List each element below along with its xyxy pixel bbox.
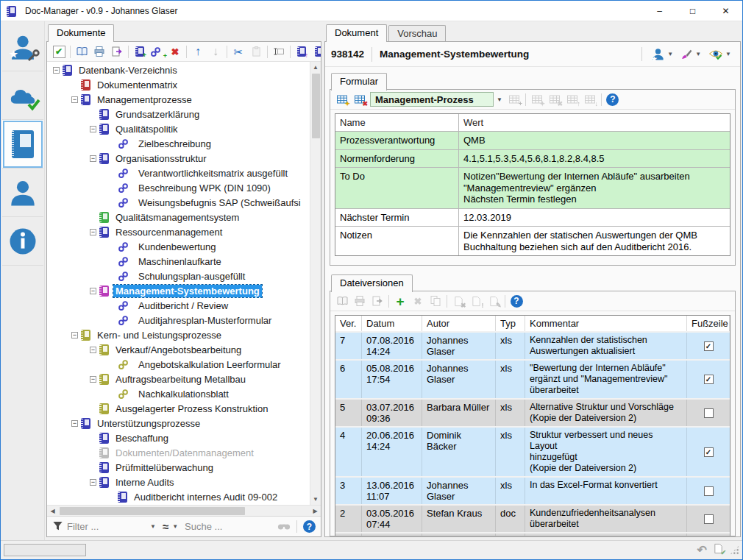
- tree-item[interactable]: −Ressourcenmanagement: [47, 224, 310, 239]
- tree-item[interactable]: Weisungsbefugnis SAP (Schweißaufsi: [47, 195, 310, 210]
- tree-vertical-scrollbar[interactable]: ▲ ▼: [310, 62, 321, 505]
- tab-formular[interactable]: Formular: [331, 73, 387, 91]
- module-user-icon[interactable]: [2, 169, 43, 217]
- expander-icon[interactable]: −: [90, 126, 96, 132]
- tree-item[interactable]: Auditjahresplan-Musterformular: [47, 313, 310, 327]
- scroll-down-icon[interactable]: ▼: [310, 494, 321, 505]
- module-user-admin-icon[interactable]: ★: [2, 23, 43, 71]
- tree-item[interactable]: −Unterstützungsprozesse: [47, 416, 310, 430]
- style-brush-icon[interactable]: ▼: [678, 48, 704, 60]
- maximize-button[interactable]: □: [676, 1, 709, 21]
- module-documents-module-icon[interactable]: [2, 120, 43, 169]
- module-cloud-sync-icon[interactable]: [2, 71, 43, 120]
- version-row[interactable]: 707.08.201614:24Johannes GlaserxlsKennza…: [335, 331, 730, 359]
- version-row[interactable]: 503.07.201609:36Barbara MüllerxlsAlterna…: [335, 398, 730, 426]
- delete-x-icon[interactable]: ✖: [166, 43, 184, 60]
- tab-dokumente[interactable]: Dokumente: [48, 24, 114, 42]
- help-icon[interactable]: ?: [508, 293, 525, 309]
- expander-icon[interactable]: −: [90, 479, 96, 486]
- help-icon[interactable]: ?: [604, 91, 622, 107]
- tab-vorschau[interactable]: Vorschau: [388, 25, 446, 41]
- scroll-up-icon[interactable]: ▲: [310, 62, 321, 73]
- tree-item[interactable]: Grundsatzerklärung: [47, 107, 310, 121]
- footer-checkbox[interactable]: ✓: [704, 447, 714, 457]
- expander-icon[interactable]: −: [71, 96, 78, 103]
- tree-item[interactable]: Beschaffung: [47, 430, 310, 445]
- form-row[interactable]: Normenforderung4.1,5.1,5.3,5.4,5.6,8.1,8…: [335, 149, 730, 168]
- form-delete-icon[interactable]: ✖: [351, 91, 369, 107]
- footer-checkbox[interactable]: [704, 514, 714, 524]
- version-row[interactable]: 203.05.201607:44Stefan KrausdocKundenzuf…: [335, 504, 730, 532]
- expander-icon[interactable]: −: [53, 67, 60, 74]
- tree-item[interactable]: Zielbeschreibung: [47, 136, 310, 151]
- tree-item[interactable]: −Management-Systembewertung: [47, 283, 310, 298]
- tree-item[interactable]: Prüfmittelüberwachung: [47, 460, 310, 475]
- tree-item[interactable]: −Managementprozesse: [47, 92, 310, 107]
- match-mode-icon[interactable]: ≈: [163, 521, 168, 532]
- version-row[interactable]: 127.04.201609:36Admindoc(wurde am 08.08.…: [335, 532, 730, 536]
- filter-input[interactable]: Filter ...: [67, 521, 146, 532]
- tree-item[interactable]: Verantwortlichkeitsmatrix ausgefüllt: [47, 166, 310, 180]
- tree-item[interactable]: Beschreibung WPK (DIN 1090): [47, 180, 310, 195]
- tree-item[interactable]: Kundenbewertung: [47, 239, 310, 254]
- tree-item[interactable]: Dokumentenmatrix: [47, 77, 310, 92]
- form-row[interactable]: NotizenDie Kennzahlen der statischen Aus…: [335, 226, 730, 255]
- tree-item[interactable]: −Organisationsstruktur: [47, 151, 310, 166]
- filter-dropdown-icon[interactable]: ▼: [150, 523, 156, 530]
- print-icon[interactable]: [90, 43, 108, 60]
- expander-icon[interactable]: −: [90, 347, 96, 353]
- export-document-icon[interactable]: ↓: [310, 43, 321, 60]
- search-binoculars-icon[interactable]: [277, 521, 291, 533]
- resize-grip-icon[interactable]: [730, 545, 739, 555]
- tree-item[interactable]: Angebotskalkulation Leerformular: [47, 357, 310, 372]
- tree-item[interactable]: Nachkalkulationsblatt: [47, 386, 310, 401]
- tree-item[interactable]: Schulungsplan-ausgefüllt: [47, 269, 310, 283]
- scroll-right-icon[interactable]: ▶: [310, 506, 321, 517]
- tree-item[interactable]: Ausgelagerter Prozess Konstruktion: [47, 401, 310, 416]
- tab-dokument[interactable]: Dokument: [326, 24, 387, 42]
- tree-item[interactable]: −Datenbank-Verzeichnis: [47, 63, 310, 77]
- form-row[interactable]: Nächster Termin12.03.2019: [335, 208, 730, 227]
- form-type-select[interactable]: Management-Prozess: [370, 92, 494, 107]
- tree-item[interactable]: Auditbericht / Review: [47, 298, 310, 313]
- form-new-icon[interactable]: ✦: [333, 91, 351, 107]
- expander-icon[interactable]: −: [90, 288, 96, 294]
- confirm-check-icon[interactable]: ✔: [50, 43, 68, 60]
- expander-icon[interactable]: −: [90, 229, 96, 235]
- add-plus-icon[interactable]: +: [391, 293, 409, 309]
- tree-item[interactable]: −Verkauf/Angebotsbearbeitung: [47, 342, 310, 357]
- footer-checkbox[interactable]: ✓: [704, 341, 714, 351]
- version-row[interactable]: 420.06.201614:24Dominik BäckerxlsStruktu…: [335, 426, 730, 476]
- save-export-icon[interactable]: [108, 43, 126, 60]
- link-add-icon[interactable]: +: [149, 43, 166, 60]
- tree-item[interactable]: Maschinenlaufkarte: [47, 254, 310, 269]
- form-row[interactable]: ProzessverantwortungQMB: [335, 131, 730, 149]
- tree-horizontal-scrollbar[interactable]: ◀ ▶: [47, 505, 321, 516]
- rename-icon[interactable]: [270, 43, 288, 60]
- tree-item[interactable]: −Auftragsbearbeitung Metallbau: [47, 372, 310, 386]
- help-icon[interactable]: ?: [303, 520, 316, 533]
- tab-dateiversionen[interactable]: Dateiversionen: [331, 274, 413, 292]
- expander-icon[interactable]: −: [90, 155, 96, 162]
- scroll-thumb[interactable]: [312, 74, 320, 138]
- footer-checkbox[interactable]: [704, 486, 714, 496]
- form-type-dropdown-icon[interactable]: ▼: [497, 96, 502, 103]
- tree-item[interactable]: Qualitätsmanagementsystem: [47, 210, 310, 224]
- close-button[interactable]: ✕: [709, 1, 742, 21]
- scroll-thumb-horizontal[interactable]: [60, 507, 245, 515]
- tree-item[interactable]: Auditbericht internes Audit 09-002: [47, 489, 310, 504]
- version-row[interactable]: 605.08.201617:54Johannes Glaserxls"Bewer…: [335, 359, 730, 398]
- form-row[interactable]: To DoNotizen"Bewertung der Internen Ablä…: [335, 167, 730, 208]
- minimize-button[interactable]: –: [643, 1, 676, 21]
- assign-user-icon[interactable]: ★▼: [648, 47, 676, 61]
- search-input[interactable]: Suche ...: [185, 521, 274, 532]
- import-document-icon[interactable]: ↑: [293, 43, 310, 60]
- version-row[interactable]: 313.06.201611:07Johannes GlaserxlsIn das…: [335, 476, 730, 504]
- module-info-icon[interactable]: [2, 217, 43, 266]
- document-add-icon[interactable]: +: [131, 43, 149, 60]
- match-mode-dropdown-icon[interactable]: ▼: [172, 523, 178, 530]
- footer-checkbox[interactable]: ✓: [704, 375, 714, 384]
- expander-icon[interactable]: −: [71, 420, 78, 427]
- expander-icon[interactable]: −: [71, 332, 78, 339]
- visibility-eye-icon[interactable]: ▼: [705, 49, 734, 60]
